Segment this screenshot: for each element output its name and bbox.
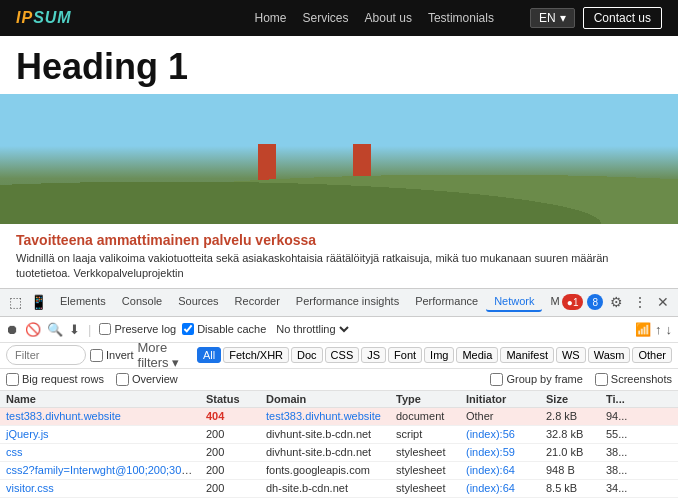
hero-image bbox=[0, 94, 678, 224]
settings-icon[interactable]: ⚙ bbox=[607, 292, 626, 312]
contact-button[interactable]: Contact us bbox=[583, 7, 662, 29]
upload-icon[interactable]: ↑ bbox=[655, 322, 662, 337]
filter-input[interactable] bbox=[6, 345, 86, 365]
invert-label[interactable]: Invert bbox=[90, 349, 134, 362]
col-header-status[interactable]: Status bbox=[200, 393, 260, 405]
table-row[interactable]: css 200 divhunt-site.b-cdn.net styleshee… bbox=[0, 444, 678, 462]
filter-media[interactable]: Media bbox=[456, 347, 498, 363]
tab-network[interactable]: Network bbox=[486, 292, 542, 312]
disable-cache-checkbox[interactable] bbox=[182, 323, 194, 335]
filter-manifest[interactable]: Manifest bbox=[500, 347, 554, 363]
nav-testimonials[interactable]: Testimonials bbox=[428, 11, 494, 25]
sub-bar-icons: 📶 ↑ ↓ bbox=[635, 322, 672, 337]
filter-icon[interactable]: ⬇ bbox=[69, 322, 80, 337]
row-3-name-link[interactable]: css2?family=Interwght@100;200;300;400;50… bbox=[6, 464, 200, 476]
tab-elements[interactable]: Elements bbox=[52, 292, 114, 312]
nav-about[interactable]: About us bbox=[365, 11, 412, 25]
col-header-initiator[interactable]: Initiator bbox=[460, 393, 540, 405]
screenshots-label[interactable]: Screenshots bbox=[595, 373, 672, 386]
row-1-status: 200 bbox=[200, 428, 260, 440]
table-row[interactable]: visitor.css 200 dh-site.b-cdn.net styles… bbox=[0, 480, 678, 498]
col-header-type[interactable]: Type bbox=[390, 393, 460, 405]
invert-checkbox[interactable] bbox=[90, 349, 103, 362]
filter-css[interactable]: CSS bbox=[325, 347, 360, 363]
overview-label[interactable]: Overview bbox=[116, 373, 178, 386]
lang-button[interactable]: EN ▾ bbox=[530, 8, 575, 28]
filter-types: All Fetch/XHR Doc CSS JS Font Img Media … bbox=[197, 347, 672, 363]
screenshots-checkbox[interactable] bbox=[595, 373, 608, 386]
row-2-name-link[interactable]: css bbox=[6, 446, 23, 458]
filter-fetch-xhr[interactable]: Fetch/XHR bbox=[223, 347, 289, 363]
row-4-time: 34... bbox=[600, 482, 640, 494]
nav-services[interactable]: Services bbox=[303, 11, 349, 25]
devtools-tab-bar: ⬚ 📱 Elements Console Sources Recorder Pe… bbox=[0, 289, 678, 317]
filter-doc[interactable]: Doc bbox=[291, 347, 323, 363]
filter-other[interactable]: Other bbox=[632, 347, 672, 363]
close-icon[interactable]: ✕ bbox=[654, 292, 672, 312]
row-3-status: 200 bbox=[200, 464, 260, 476]
row-0-name: test383.divhunt.website bbox=[0, 410, 200, 422]
filter-js[interactable]: JS bbox=[361, 347, 386, 363]
devtools-badges: ● 1 8 ⚙ ⋮ ✕ bbox=[562, 292, 672, 312]
devtools-tabs: Elements Console Sources Recorder Perfor… bbox=[52, 292, 560, 312]
overview-checkbox[interactable] bbox=[116, 373, 129, 386]
search-icon[interactable]: 🔍 bbox=[47, 322, 63, 337]
tab-recorder[interactable]: Recorder bbox=[227, 292, 288, 312]
group-by-frame-checkbox[interactable] bbox=[490, 373, 503, 386]
inspect-icon[interactable]: ⬚ bbox=[6, 292, 25, 312]
col-header-name[interactable]: Name bbox=[0, 393, 200, 405]
big-request-rows-checkbox[interactable] bbox=[6, 373, 19, 386]
nav-home[interactable]: Home bbox=[255, 11, 287, 25]
row-1-name-link[interactable]: jQuery.js bbox=[6, 428, 49, 440]
device-icon[interactable]: 📱 bbox=[27, 292, 50, 312]
clear-icon[interactable]: 🚫 bbox=[25, 322, 41, 337]
row-2-type: stylesheet bbox=[390, 446, 460, 458]
row-4-status: 200 bbox=[200, 482, 260, 494]
col-header-domain[interactable]: Domain bbox=[260, 393, 390, 405]
col-header-size[interactable]: Size bbox=[540, 393, 600, 405]
row-4-domain: dh-site.b-cdn.net bbox=[260, 482, 390, 494]
row-0-type: document bbox=[390, 410, 460, 422]
tab-console[interactable]: Console bbox=[114, 292, 170, 312]
devtools-options-bar: Big request rows Overview Group by frame… bbox=[0, 369, 678, 391]
preserve-log-checkbox[interactable] bbox=[99, 323, 111, 335]
more-options-icon[interactable]: ⋮ bbox=[630, 292, 650, 312]
table-row[interactable]: jQuery.js 200 divhunt-site.b-cdn.net scr… bbox=[0, 426, 678, 444]
row-2-initiator-link[interactable]: (index):59 bbox=[466, 446, 515, 458]
row-4-name-link[interactable]: visitor.css bbox=[6, 482, 54, 494]
table-row[interactable]: test383.divhunt.website 404 test383.divh… bbox=[0, 408, 678, 426]
big-request-rows-label[interactable]: Big request rows bbox=[6, 373, 104, 386]
filter-all[interactable]: All bbox=[197, 347, 221, 363]
devtools-filter-bar: Invert More filters ▾ All Fetch/XHR Doc … bbox=[0, 343, 678, 369]
row-0-time: 94... bbox=[600, 410, 640, 422]
filter-wasm[interactable]: Wasm bbox=[588, 347, 631, 363]
tab-sources[interactable]: Sources bbox=[170, 292, 226, 312]
row-4-initiator-link[interactable]: (index):64 bbox=[466, 482, 515, 494]
stop-icon[interactable]: ⏺ bbox=[6, 322, 19, 337]
throttle-select[interactable]: No throttling bbox=[272, 322, 352, 336]
filter-ws[interactable]: WS bbox=[556, 347, 586, 363]
row-4-size: 8.5 kB bbox=[540, 482, 600, 494]
tab-perf-insights[interactable]: Performance insights bbox=[288, 292, 407, 312]
col-header-time[interactable]: Ti... bbox=[600, 393, 640, 405]
wifi-icon[interactable]: 📶 bbox=[635, 322, 651, 337]
disable-cache-label[interactable]: Disable cache bbox=[182, 323, 266, 335]
download-icon[interactable]: ↓ bbox=[666, 322, 673, 337]
group-by-frame-label[interactable]: Group by frame bbox=[490, 373, 582, 386]
nav-right: EN ▾ Contact us bbox=[530, 7, 662, 29]
row-0-name-link[interactable]: test383.divhunt.website bbox=[6, 410, 121, 422]
row-3-initiator-link[interactable]: (index):64 bbox=[466, 464, 515, 476]
tab-performance[interactable]: Performance bbox=[407, 292, 486, 312]
row-1-initiator-link[interactable]: (index):56 bbox=[466, 428, 515, 440]
tab-memory[interactable]: Memory bbox=[542, 292, 559, 312]
info-badge: 8 bbox=[587, 294, 603, 310]
more-filters-icon[interactable]: More filters ▾ bbox=[138, 340, 190, 370]
filter-img[interactable]: Img bbox=[424, 347, 454, 363]
row-0-domain-link[interactable]: test383.divhunt.website bbox=[266, 410, 381, 422]
row-2-size: 21.0 kB bbox=[540, 446, 600, 458]
filter-font[interactable]: Font bbox=[388, 347, 422, 363]
preserve-log-label[interactable]: Preserve log bbox=[99, 323, 176, 335]
bridge-hill bbox=[0, 174, 678, 224]
table-row[interactable]: css2?family=Interwght@100;200;300;400;50… bbox=[0, 462, 678, 480]
section-body: Widnillä on laaja valikoima vakiotuottei… bbox=[16, 251, 662, 282]
